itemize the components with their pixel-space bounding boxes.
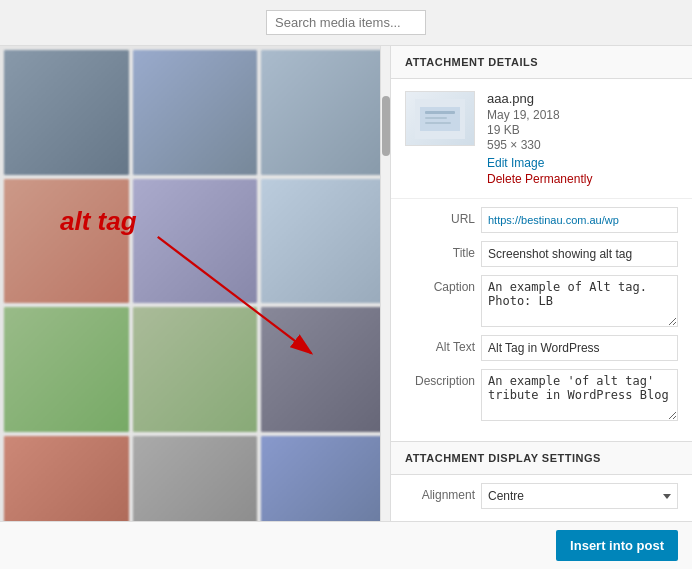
file-date: May 19, 2018	[487, 108, 678, 122]
title-input[interactable]	[481, 241, 678, 267]
media-grid-container: alt tag	[0, 46, 390, 521]
filename: aaa.png	[487, 91, 678, 106]
media-thumb[interactable]	[133, 307, 258, 432]
scrollbar-track[interactable]	[380, 46, 390, 521]
top-bar	[0, 0, 692, 46]
description-textarea[interactable]: An example 'of alt tag' tribute in WordP…	[481, 369, 678, 421]
alignment-select[interactable]: Centre Left Right None	[481, 483, 678, 509]
alt-text-row: Alt Text	[405, 335, 678, 361]
alignment-label: Alignment	[405, 483, 475, 502]
media-thumb[interactable]	[133, 179, 258, 304]
edit-image-link[interactable]: Edit Image	[487, 156, 678, 170]
form-section: URL Title Caption An example of Alt tag.…	[391, 199, 692, 437]
media-thumb[interactable]	[261, 436, 386, 521]
media-thumb[interactable]	[261, 179, 386, 304]
file-info-section: aaa.png May 19, 2018 19 KB 595 × 330 Edi…	[391, 79, 692, 199]
file-size: 19 KB	[487, 123, 678, 137]
media-thumb[interactable]	[4, 179, 129, 304]
file-dimensions: 595 × 330	[487, 138, 678, 152]
media-thumb[interactable]	[261, 307, 386, 432]
insert-into-post-button[interactable]: Insert into post	[556, 530, 678, 561]
alignment-row: Alignment Centre Left Right None	[405, 483, 678, 509]
display-settings-header: ATTACHMENT DISPLAY SETTINGS	[391, 441, 692, 475]
url-input[interactable]	[481, 207, 678, 233]
bottom-bar: Insert into post	[0, 521, 692, 569]
media-thumb[interactable]	[133, 50, 258, 175]
media-thumb[interactable]	[4, 50, 129, 175]
svg-rect-6	[425, 122, 451, 124]
url-label: URL	[405, 207, 475, 226]
main-content: alt tag ATTACHMENT DETAILS	[0, 46, 692, 521]
svg-rect-4	[425, 111, 455, 114]
caption-row: Caption An example of Alt tag. Photo: LB	[405, 275, 678, 327]
scrollbar-thumb[interactable]	[382, 96, 390, 156]
file-thumbnail	[405, 91, 475, 146]
media-thumb[interactable]	[261, 50, 386, 175]
media-grid	[0, 46, 390, 521]
title-label: Title	[405, 241, 475, 260]
delete-permanently-link[interactable]: Delete Permanently	[487, 172, 678, 186]
attachment-details-header: ATTACHMENT DETAILS	[391, 46, 692, 79]
title-row: Title	[405, 241, 678, 267]
alt-text-label: Alt Text	[405, 335, 475, 354]
file-meta: aaa.png May 19, 2018 19 KB 595 × 330 Edi…	[487, 91, 678, 186]
search-input[interactable]	[266, 10, 426, 35]
media-thumb[interactable]	[4, 307, 129, 432]
description-label: Description	[405, 369, 475, 388]
display-form-section: Alignment Centre Left Right None	[391, 475, 692, 521]
caption-textarea[interactable]: An example of Alt tag. Photo: LB	[481, 275, 678, 327]
caption-label: Caption	[405, 275, 475, 294]
media-thumb[interactable]	[4, 436, 129, 521]
svg-rect-5	[425, 117, 447, 119]
alt-text-input[interactable]	[481, 335, 678, 361]
description-row: Description An example 'of alt tag' trib…	[405, 369, 678, 421]
url-row: URL	[405, 207, 678, 233]
attachment-panel: ATTACHMENT DETAILS aaa.png May 19, 2018 …	[390, 46, 692, 521]
media-thumb[interactable]	[133, 436, 258, 521]
